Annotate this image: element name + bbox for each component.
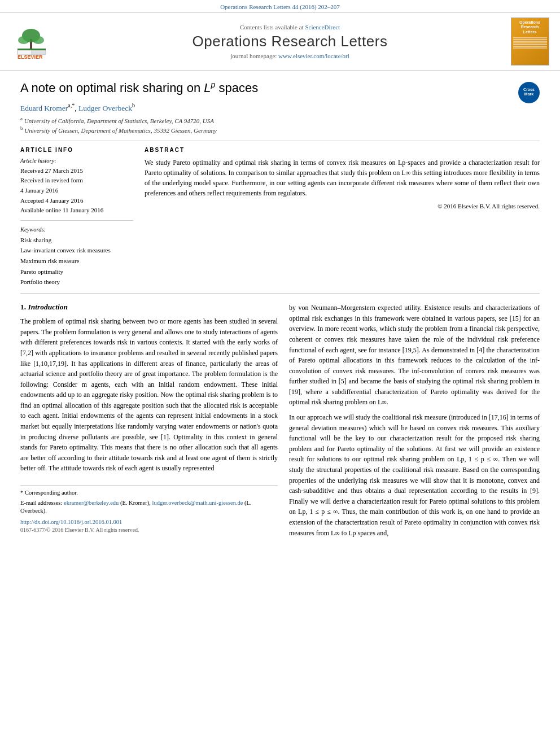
author1-sup: a,*: [68, 102, 75, 108]
email1-link[interactable]: ekramer@berkeley.edu: [64, 500, 119, 506]
intro-number: 1.: [20, 303, 26, 311]
article-info: Article Info Article history: Received 2…: [20, 147, 133, 287]
body-content: 1. Introduction The problem of optimal r…: [20, 303, 540, 543]
journal-link-bar: Operations Research Letters 44 (2016) 20…: [0, 0, 560, 12]
title-lp: L: [204, 81, 211, 95]
intro-para-3: In our approach we will study the coalit…: [289, 412, 540, 538]
abstract-text: We study Pareto optimality and optimal r…: [145, 158, 540, 198]
affil-a-sup: a: [20, 116, 23, 121]
intro-heading: 1. Introduction: [20, 303, 278, 312]
journal-header: ELSEVIER Contents lists available at Sci…: [0, 12, 560, 71]
accepted-date: Accepted 4 January 2016: [20, 196, 133, 206]
abstract-label: Abstract: [145, 147, 540, 153]
svg-point-3: [18, 36, 29, 44]
keywords-label: Keywords:: [20, 226, 133, 233]
available-date: Available online 11 January 2016: [20, 206, 133, 216]
article-dates: Received 27 March 2015 Received in revis…: [20, 166, 133, 221]
svg-text:ELSEVIER: ELSEVIER: [18, 54, 43, 60]
intro-title: Introduction: [28, 303, 68, 311]
crossmark-area: Cross Mark: [518, 82, 540, 103]
received-date: Received 27 March 2015: [20, 166, 133, 176]
journal-cover: Operations Research Letters: [509, 18, 551, 65]
crossmark-badge: Cross Mark: [518, 82, 540, 103]
cover-decorative-lines: [513, 37, 547, 49]
footnote-email-line: E-mail addresses: ekramer@berkeley.edu (…: [20, 499, 278, 516]
article-meta: Article Info Article history: Received 2…: [20, 147, 540, 287]
svg-text:Cross: Cross: [523, 88, 535, 91]
right-column: by von Neumann–Morgenstern expected util…: [289, 303, 540, 543]
page: Operations Research Letters 44 (2016) 20…: [0, 0, 560, 747]
email-label: E-mail addresses:: [20, 500, 62, 506]
doi-link[interactable]: http://dx.doi.org/10.1016/j.orl.2016.01.…: [20, 519, 122, 525]
title-prefix: A note on optimal risk sharing on: [20, 81, 204, 95]
history-label: Article history:: [20, 158, 133, 164]
footnote-area: * Corresponding author. E-mail addresses…: [20, 485, 278, 533]
divider-1: [20, 141, 540, 141]
author2-link[interactable]: Ludger Overbeck: [78, 103, 132, 112]
author2-sup: b: [132, 102, 135, 108]
cover-title-text: Operations Research Letters: [519, 20, 540, 34]
affil-a-text: University of California, Department of …: [24, 117, 214, 124]
email2-link[interactable]: ludger.overbeck@math.uni-giessen.de: [152, 500, 243, 506]
intro-para-1: The problem of optimal risk sharing betw…: [20, 316, 278, 474]
journal-header-center: Contents lists available at ScienceDirec…: [77, 18, 503, 65]
journal-title: Operations Research Letters: [193, 33, 388, 50]
intro-para-2: by von Neumann–Morgenstern expected util…: [289, 303, 540, 408]
doi-line: http://dx.doi.org/10.1016/j.orl.2016.01.…: [20, 519, 278, 525]
email1-name: (E. Kromer),: [120, 500, 151, 506]
keywords-list: Risk sharing Law-invariant convex risk m…: [20, 235, 133, 287]
affiliation-a: a University of California, Department o…: [20, 116, 540, 124]
article-content: Cross Mark A note on optimal risk sharin…: [0, 71, 560, 552]
sciencedirect-prefix: Contents lists available at: [240, 24, 304, 30]
abstract-copyright: © 2016 Elsevier B.V. All rights reserved…: [145, 203, 540, 209]
left-column: 1. Introduction The problem of optimal r…: [20, 303, 278, 543]
divider-2: [20, 293, 540, 294]
rights-line: 0167-6377/© 2016 Elsevier B.V. All right…: [20, 527, 278, 533]
elsevier-logo-svg: ELSEVIER: [15, 23, 65, 60]
article-title: A note on optimal risk sharing on Lp spa…: [20, 80, 540, 97]
journal-cover-box: Operations Research Letters: [511, 18, 549, 65]
journal-homepage: journal homepage: www.elsevier.com/locat…: [230, 53, 349, 59]
abstract-section: Abstract We study Pareto optimality and …: [145, 147, 540, 287]
sciencedirect-link: Contents lists available at ScienceDirec…: [240, 24, 340, 30]
revised-date: 4 January 2016: [20, 186, 133, 196]
svg-text:Mark: Mark: [524, 92, 533, 96]
keyword-4: Pareto optimality: [20, 267, 133, 277]
article-info-label: Article Info: [20, 147, 133, 153]
sciencedirect-anchor[interactable]: ScienceDirect: [305, 24, 340, 30]
keyword-5: Portfolio theory: [20, 277, 133, 287]
affil-b-text: University of Giessen, Department of Mat…: [24, 127, 217, 134]
keyword-2: Law-invariant convex risk measures: [20, 245, 133, 256]
keyword-3: Maximum risk measure: [20, 256, 133, 267]
affiliations: a University of California, Department o…: [20, 116, 540, 133]
homepage-link[interactable]: www.elsevier.com/locate/orl: [278, 53, 349, 59]
author1-link[interactable]: Eduard Kromer: [20, 103, 68, 112]
elsevier-logo-area: ELSEVIER: [9, 18, 71, 65]
affil-b-sup: b: [20, 125, 23, 131]
affiliation-b: b University of Giessen, Department of M…: [20, 125, 540, 134]
revised-label: Received in revised form: [20, 176, 133, 186]
title-suffix: spaces: [215, 81, 258, 95]
journal-link[interactable]: Operations Research Letters 44 (2016) 20…: [220, 3, 340, 10]
authors-line: Eduard Kromera,*, Ludger Overbeckb: [20, 102, 540, 113]
keywords-section: Keywords: Risk sharing Law-invariant con…: [20, 226, 133, 287]
svg-point-4: [33, 36, 44, 44]
footnote-corresponding: * Corresponding author.: [20, 489, 278, 497]
svg-rect-0: [18, 49, 46, 50]
homepage-prefix: journal homepage:: [230, 53, 277, 59]
keyword-1: Risk sharing: [20, 235, 133, 246]
